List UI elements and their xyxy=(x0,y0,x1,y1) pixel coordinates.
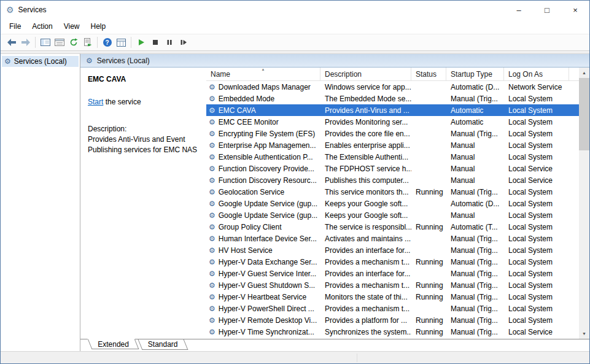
restart-service-button[interactable] xyxy=(176,36,190,50)
table-row[interactable]: ⚙Hyper-V Data Exchange Ser...Provides a … xyxy=(206,256,579,268)
back-button[interactable] xyxy=(4,36,18,50)
start-service-link[interactable]: Start xyxy=(88,98,103,106)
cell-log-on-as: Local System xyxy=(504,95,569,103)
maximize-button[interactable]: □ xyxy=(533,1,561,19)
cell-description: Provides a mechanism t... xyxy=(320,258,411,266)
description-text: Provides Anti-Virus and Event Publishing… xyxy=(88,134,200,155)
cell-name: ⚙Extensible Authentication P... xyxy=(206,153,320,161)
table-row[interactable]: ⚙Hyper-V Heartbeat ServiceMonitors the s… xyxy=(206,291,579,303)
table-row[interactable]: ⚙EMC CAVAProvides Anti-Virus and ...Auto… xyxy=(206,104,579,116)
table-row[interactable]: ⚙Function Discovery Provide...The FDPHOS… xyxy=(206,163,579,174)
cell-name: ⚙Geolocation Service xyxy=(206,188,320,196)
status-bar xyxy=(1,351,589,363)
forward-button[interactable] xyxy=(18,36,33,50)
cell-description: Keeps your Google soft... xyxy=(320,211,411,220)
table-row[interactable]: ⚙Hyper-V Remote Desktop Vi...Provides a … xyxy=(206,314,579,326)
table-row[interactable]: ⚙Hyper-V PowerShell Direct ...Provides a… xyxy=(206,303,579,314)
list-view-button[interactable] xyxy=(114,36,128,50)
console-body: ⚙ Services (Local) ⚙ Services (Local) EM… xyxy=(1,51,589,351)
menu-file[interactable]: File xyxy=(4,20,26,33)
table-row[interactable]: ⚙Encrypting File System (EFS)Provides th… xyxy=(206,128,579,139)
table-row[interactable]: ⚙Geolocation ServiceThis service monitor… xyxy=(206,186,579,198)
scroll-up-button[interactable]: ▲ xyxy=(579,68,589,78)
cell-name: ⚙EMC CAVA xyxy=(206,106,320,115)
tab-standard[interactable]: Standard xyxy=(138,339,188,350)
table-row[interactable]: ⚙Google Update Service (gup...Keeps your… xyxy=(206,209,579,221)
service-gear-icon: ⚙ xyxy=(209,317,215,324)
table-row[interactable]: ⚙EMC CEE MonitorProvides Monitoring ser.… xyxy=(206,116,579,128)
menu-action[interactable]: Action xyxy=(26,20,58,33)
cell-startup-type: Manual xyxy=(446,165,504,173)
cell-log-on-as: Local System xyxy=(504,316,569,325)
column-header-name[interactable]: ▲ Name xyxy=(206,68,320,80)
table-row[interactable]: ⚙Hyper-V Guest Shutdown S...Provides a m… xyxy=(206,279,579,291)
view-tab-strip: Extended Standard xyxy=(80,339,589,351)
cell-status: Running xyxy=(411,258,446,266)
service-list: ⚙Downloaded Maps ManagerWindows service … xyxy=(206,81,579,339)
cell-startup-type: Manual (Trig... xyxy=(446,304,504,313)
cell-status: Running xyxy=(411,188,446,196)
menu-help[interactable]: Help xyxy=(85,20,112,33)
table-row[interactable]: ⚙Hyper-V Guest Service Inter...Provides … xyxy=(206,268,579,279)
stop-service-button[interactable] xyxy=(148,36,162,50)
refresh-button[interactable] xyxy=(66,36,80,50)
cell-startup-type: Automatic (T... xyxy=(446,223,504,231)
window-controls: – □ × xyxy=(505,1,589,19)
tree-item-services-local[interactable]: ⚙ Services (Local) xyxy=(2,56,79,67)
cell-description: Provides a mechanism t... xyxy=(320,281,411,290)
cell-name: ⚙EMC CEE Monitor xyxy=(206,118,320,126)
show-console-tree-button[interactable] xyxy=(38,36,52,50)
table-row[interactable]: ⚙Hyper-V Time Synchronizat...Synchronize… xyxy=(206,326,579,338)
scroll-down-button[interactable]: ▼ xyxy=(579,328,589,339)
vertical-scrollbar[interactable]: ▲ ▼ xyxy=(579,68,589,339)
properties-button[interactable] xyxy=(52,36,66,50)
menu-view[interactable]: View xyxy=(58,20,85,33)
cell-description: The Extensible Authenti... xyxy=(320,153,411,161)
table-row[interactable]: ⚙Downloaded Maps ManagerWindows service … xyxy=(206,81,579,93)
service-gear-icon: ⚙ xyxy=(209,95,215,103)
cell-log-on-as: Local System xyxy=(504,258,569,266)
scrollbar-thumb[interactable] xyxy=(579,78,589,150)
cell-log-on-as: Local System xyxy=(504,130,569,138)
toolbar: ? xyxy=(1,34,589,51)
cell-log-on-as: Local System xyxy=(504,304,569,313)
table-row[interactable]: ⚙Enterprise App Managemen...Enables ente… xyxy=(206,139,579,151)
tab-extended[interactable]: Extended xyxy=(88,339,139,349)
toolbar-separator xyxy=(35,37,36,48)
service-list-view: ▲ Name Description Status Startup Type L… xyxy=(206,68,579,339)
cell-description: Provides Anti-Virus and ... xyxy=(320,106,411,115)
table-row[interactable]: ⚙Google Update Service (gup...Keeps your… xyxy=(206,198,579,209)
column-header-startup-type[interactable]: Startup Type xyxy=(446,68,504,80)
cell-startup-type: Manual (Trig... xyxy=(446,328,504,336)
cell-name: ⚙Google Update Service (gup... xyxy=(206,199,320,208)
service-gear-icon: ⚙ xyxy=(209,142,215,149)
column-header-log-on-as[interactable]: Log On As xyxy=(504,68,569,80)
table-row[interactable]: ⚙Embedded ModeThe Embedded Mode se...Man… xyxy=(206,93,579,104)
cell-description: Provides a mechanism t... xyxy=(320,304,411,313)
table-row[interactable]: ⚙Function Discovery Resourc...Publishes … xyxy=(206,174,579,186)
minimize-button[interactable]: – xyxy=(505,1,533,19)
column-header-description[interactable]: Description xyxy=(320,68,411,80)
table-row[interactable]: ⚙Extensible Authentication P...The Exten… xyxy=(206,151,579,163)
cell-description: Provides an interface for... xyxy=(320,269,411,278)
column-header-status[interactable]: Status xyxy=(411,68,446,80)
pause-service-button[interactable] xyxy=(162,36,176,50)
panel-header: ⚙ Services (Local) xyxy=(80,54,589,68)
help-button[interactable]: ? xyxy=(100,36,114,50)
services-app-icon: ⚙ xyxy=(6,6,14,14)
start-service-button[interactable] xyxy=(134,36,148,50)
cell-log-on-as: Local System xyxy=(504,293,569,301)
service-gear-icon: ⚙ xyxy=(209,305,215,312)
cell-name: ⚙Function Discovery Resourc... xyxy=(206,176,320,185)
cell-log-on-as: Local System xyxy=(504,106,569,115)
cell-log-on-as: Local Service xyxy=(504,165,569,173)
description-label: Description: xyxy=(88,125,200,133)
table-row[interactable]: ⚙Group Policy ClientThe service is respo… xyxy=(206,221,579,233)
cell-description: The service is responsibl... xyxy=(320,223,411,231)
table-row[interactable]: ⚙HV Host ServiceProvides an interface fo… xyxy=(206,244,579,256)
cell-log-on-as: Local Service xyxy=(504,328,569,336)
cell-startup-type: Manual (Trig... xyxy=(446,95,504,103)
export-list-button[interactable] xyxy=(80,36,95,50)
close-button[interactable]: × xyxy=(561,1,589,19)
table-row[interactable]: ⚙Human Interface Device Ser...Activates … xyxy=(206,233,579,244)
